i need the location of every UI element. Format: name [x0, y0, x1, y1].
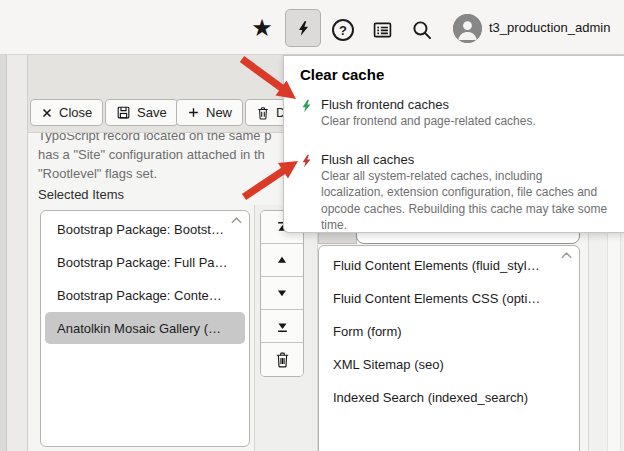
typo3-backend-screen: TypoScript record located on the same p …: [0, 0, 624, 451]
top-toolbar: ★ ? t3_production_admin: [0, 0, 624, 55]
help-toolbar-button[interactable]: ?: [332, 19, 354, 41]
button-label: Close: [59, 105, 92, 120]
list-box-icon: [372, 20, 393, 40]
close-button[interactable]: Close: [30, 99, 103, 126]
move-down-button[interactable]: [261, 277, 303, 310]
user-menu-button[interactable]: [453, 14, 482, 43]
move-down-icon: [275, 286, 289, 300]
typoscript-note-line: has a "Site" configuration attached in t…: [38, 145, 265, 164]
question-circle-icon: ?: [339, 23, 347, 38]
clear-cache-dropdown: Clear cache Flush frontend caches Clear …: [283, 55, 624, 233]
trash-icon: [274, 351, 291, 368]
clear-cache-toolbar-button[interactable]: [285, 9, 321, 47]
trash-icon: [256, 106, 270, 120]
typoscript-note-line: "Rootlevel" flags set.: [38, 164, 157, 183]
search-toolbar-button[interactable]: [411, 19, 433, 41]
menu-item-label: Flush frontend caches: [321, 96, 536, 113]
move-to-bottom-icon: [275, 319, 290, 334]
floppy-disk-icon: [116, 105, 131, 120]
remove-item-button[interactable]: [261, 343, 303, 376]
selected-items-label: Selected Items: [38, 187, 124, 202]
scrollbar[interactable]: [607, 205, 621, 451]
content-left-margin: [7, 55, 28, 451]
system-information-toolbar-button[interactable]: [372, 20, 393, 40]
flush-frontend-caches-item[interactable]: Flush frontend caches Clear frontend and…: [300, 96, 608, 130]
list-item[interactable]: Indexed Search (indexed_search): [319, 381, 579, 413]
star-icon: ★: [251, 16, 273, 40]
bookmark-toolbar-button[interactable]: ★: [249, 15, 275, 41]
menu-item-label: Flush all caches: [321, 151, 608, 168]
save-button[interactable]: Save: [105, 99, 178, 126]
button-label: New: [206, 105, 232, 120]
list-item[interactable]: Fluid Content Elements CSS (opti…: [319, 282, 579, 314]
new-button[interactable]: New: [176, 99, 243, 126]
avatar-icon: [453, 14, 482, 43]
x-mark-icon: [41, 107, 53, 119]
scroll-up-chevron-icon[interactable]: [560, 250, 573, 260]
button-label: Save: [137, 105, 167, 120]
scroll-up-chevron-icon[interactable]: [230, 215, 243, 225]
available-items-list[interactable]: Fluid Content Elements (fluid_styl… Flui…: [318, 245, 580, 451]
list-item[interactable]: Form (form): [319, 315, 579, 347]
move-up-button[interactable]: [261, 244, 303, 277]
magnifier-icon: [411, 19, 433, 41]
move-to-bottom-button[interactable]: [261, 310, 303, 343]
move-up-icon: [275, 253, 289, 267]
module-frame-edge: [0, 55, 7, 451]
reorder-button-group: [260, 210, 304, 377]
dropdown-title: Clear cache: [300, 65, 608, 84]
selected-items-list[interactable]: Bootstrap Package: Bootst… Bootstrap Pac…: [40, 210, 250, 447]
list-item[interactable]: Bootstrap Package: Conte…: [41, 279, 249, 311]
list-item[interactable]: XML Sitemap (seo): [319, 348, 579, 380]
list-item-selected[interactable]: Anatolkin Mosaic Gallery (…: [45, 312, 245, 344]
plus-icon: [187, 106, 200, 119]
menu-item-description: Clear all system-related caches, includi…: [321, 168, 608, 234]
username-label[interactable]: t3_production_admin: [489, 0, 610, 55]
lightning-bolt-icon: [300, 96, 313, 114]
list-item[interactable]: Fluid Content Elements (fluid_styl…: [319, 249, 579, 281]
lightning-bolt-icon: [300, 151, 313, 169]
right-panel-strip: [588, 205, 624, 451]
lightning-bolt-icon: [296, 17, 311, 40]
list-item[interactable]: Bootstrap Package: Bootst…: [41, 213, 249, 245]
list-item[interactable]: Bootstrap Package: Full Pa…: [41, 246, 249, 278]
menu-item-description: Clear frontend and page-related caches.: [321, 113, 536, 130]
flush-all-caches-item[interactable]: Flush all caches Clear all system-relate…: [300, 151, 608, 234]
